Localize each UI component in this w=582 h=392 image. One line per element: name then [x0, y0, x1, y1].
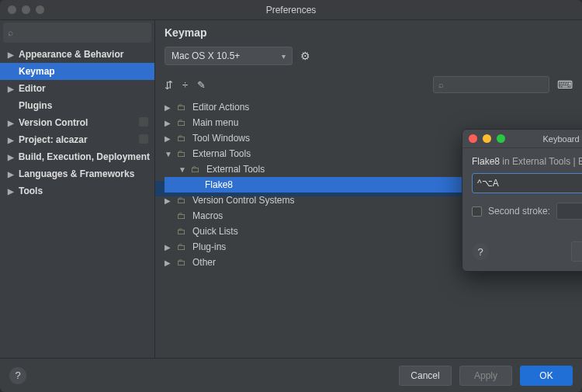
- find-by-shortcut-icon[interactable]: ⌨: [557, 78, 573, 91]
- tree-toolbar-icons: ⇵ ÷ ✎: [165, 79, 206, 91]
- main-panel: Keymap Mac OS X 10.5+ ▾ ⚙ ⇵ ÷ ✎ ⌕: [155, 20, 582, 358]
- tree-label: External Tools: [192, 148, 251, 159]
- folder-icon: 🗀: [177, 133, 188, 144]
- second-stroke-checkbox[interactable]: [472, 206, 482, 217]
- keymap-scheme-select[interactable]: Mac OS X 10.5+ ▾: [165, 47, 293, 65]
- tree-label: Macros: [192, 210, 223, 221]
- folder-icon: 🗀: [177, 148, 188, 159]
- dialog-titlebar: Keyboard Shortcut: [462, 130, 582, 148]
- sidebar-search[interactable]: ⌕: [3, 23, 151, 43]
- tree-search-group: ⌕ ⌨: [433, 76, 573, 93]
- titlebar: Preferences: [0, 0, 582, 20]
- sidebar-item-appearance[interactable]: ▶Appearance & Behavior: [0, 46, 154, 63]
- sidebar-item-label: Editor: [19, 83, 46, 94]
- sidebar-item-label: Version Control: [19, 117, 88, 128]
- tree-label: Version Control Systems: [192, 195, 294, 206]
- sidebar-item-label: Appearance & Behavior: [19, 49, 123, 60]
- chevron-down-icon: ▾: [282, 52, 286, 61]
- second-stroke-label: Second stroke:: [488, 206, 550, 217]
- window-body: ⌕ ▶Appearance & Behavior ▶Keymap ▶Editor…: [0, 20, 582, 358]
- tree-label: Tool Windows: [192, 133, 250, 144]
- second-stroke-input[interactable]: +: [556, 203, 582, 220]
- folder-icon: 🗀: [177, 117, 188, 128]
- help-button[interactable]: ?: [472, 243, 489, 260]
- project-badge-icon: [139, 134, 148, 144]
- keyboard-shortcut-dialog: Keyboard Shortcut Flake8 in External Too…: [462, 129, 582, 272]
- tree-label: Flake8: [205, 179, 233, 190]
- folder-icon: 🗀: [191, 164, 202, 175]
- tree-search-input[interactable]: ⌕: [433, 76, 549, 93]
- sidebar-item-plugins[interactable]: ▶Plugins: [0, 97, 154, 114]
- tree-label: Main menu: [192, 117, 238, 128]
- action-path: in External Tools | External Tools: [500, 156, 582, 167]
- first-stroke-input[interactable]: ^⌥A +: [472, 173, 582, 193]
- tree-label: Quick Lists: [192, 226, 238, 237]
- select-value: Mac OS X 10.5+: [171, 50, 240, 61]
- window-title: Preferences: [0, 5, 582, 16]
- collapse-all-icon[interactable]: ÷: [182, 79, 188, 91]
- dialog-title: Keyboard Shortcut: [462, 134, 582, 144]
- tree-label: Plug-ins: [192, 241, 226, 252]
- sidebar-item-label: Build, Execution, Deployment: [19, 151, 150, 162]
- sidebar-list: ▶Appearance & Behavior ▶Keymap ▶Editor ▶…: [0, 46, 154, 358]
- window-footer: ? Cancel Apply OK: [0, 358, 582, 392]
- dialog-footer: ? Cancel OK: [472, 241, 582, 262]
- sidebar-item-tools[interactable]: ▶Tools: [0, 182, 154, 199]
- sidebar-item-label: Keymap: [19, 66, 55, 77]
- folder-icon: 🗀: [177, 210, 188, 221]
- cancel-button[interactable]: Cancel: [399, 366, 452, 386]
- folder-icon: 🗀: [177, 257, 188, 268]
- tree-label: External Tools: [206, 164, 265, 175]
- edit-icon[interactable]: ✎: [197, 79, 206, 91]
- folder-icon: 🗀: [177, 195, 188, 206]
- sidebar-item-keymap[interactable]: ▶Keymap: [0, 63, 154, 80]
- page-title: Keymap: [155, 20, 582, 43]
- tree-label: Editor Actions: [192, 102, 249, 113]
- sidebar-item-label: Tools: [19, 186, 43, 196]
- folder-icon: 🗀: [177, 226, 188, 237]
- tree-toolbar: ⇵ ÷ ✎ ⌕ ⌨: [155, 73, 582, 98]
- sidebar-item-languages[interactable]: ▶Languages & Frameworks: [0, 165, 154, 182]
- gear-icon[interactable]: ⚙: [300, 50, 310, 62]
- expand-all-icon[interactable]: ⇵: [165, 79, 173, 91]
- help-button[interactable]: ?: [9, 367, 26, 384]
- sidebar-item-label: Project: alcazar: [19, 134, 88, 145]
- sidebar-item-project[interactable]: ▶Project: alcazar: [0, 131, 154, 148]
- keymap-scheme-row: Mac OS X 10.5+ ▾ ⚙: [155, 43, 582, 73]
- tree-item-editor-actions[interactable]: ▶🗀Editor Actions: [165, 99, 582, 115]
- search-icon: ⌕: [8, 27, 13, 38]
- sidebar-item-version-control[interactable]: ▶Version Control: [0, 114, 154, 131]
- tree-item-main-menu[interactable]: ▶🗀Main menu: [165, 115, 582, 130]
- sidebar: ⌕ ▶Appearance & Behavior ▶Keymap ▶Editor…: [0, 20, 155, 358]
- first-stroke-value: ^⌥A: [477, 178, 499, 189]
- dialog-cancel-button[interactable]: Cancel: [571, 241, 582, 262]
- folder-icon: 🗀: [177, 241, 188, 252]
- project-badge-icon: [139, 117, 148, 127]
- search-icon: ⌕: [438, 80, 444, 89]
- sidebar-item-label: Plugins: [19, 100, 52, 111]
- sidebar-item-build[interactable]: ▶Build, Execution, Deployment: [0, 148, 154, 165]
- sidebar-item-label: Languages & Frameworks: [19, 168, 134, 179]
- tree-label: Other: [192, 257, 216, 268]
- second-stroke-row: Second stroke: +: [472, 203, 582, 220]
- preferences-window: Preferences ⌕ ▶Appearance & Behavior ▶Ke…: [0, 0, 582, 392]
- sidebar-item-editor[interactable]: ▶Editor: [0, 80, 154, 97]
- dialog-action-path: Flake8 in External Tools | External Tool…: [472, 156, 582, 167]
- ok-button[interactable]: OK: [520, 366, 573, 386]
- dialog-body: Flake8 in External Tools | External Tool…: [462, 148, 582, 271]
- apply-button[interactable]: Apply: [459, 366, 512, 386]
- action-name: Flake8: [472, 156, 500, 167]
- folder-icon: 🗀: [177, 102, 188, 113]
